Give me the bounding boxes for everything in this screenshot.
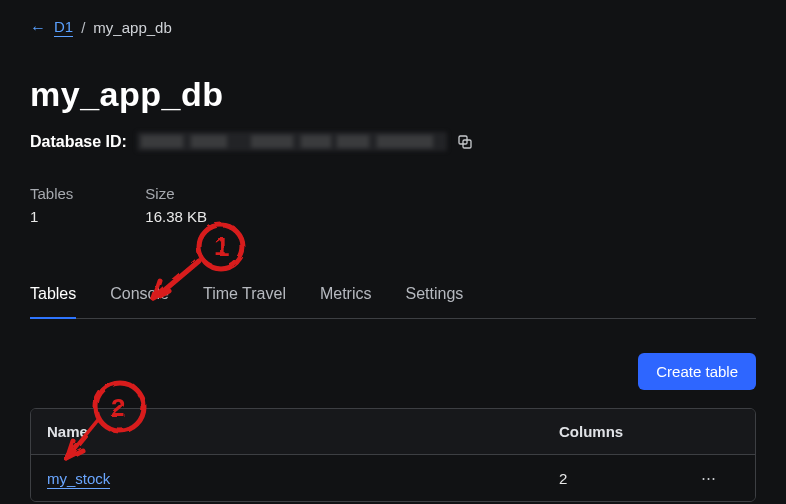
- table-name-link[interactable]: my_stock: [47, 470, 110, 489]
- stats-row: Tables 1 Size 16.38 KB: [30, 185, 756, 225]
- table-toolbar: Create table: [30, 353, 756, 390]
- table-row: my_stock 2 ⋯: [31, 455, 755, 501]
- database-id-label: Database ID:: [30, 133, 127, 151]
- back-arrow-icon[interactable]: ←: [30, 20, 46, 36]
- stat-size: Size 16.38 KB: [145, 185, 207, 225]
- svg-point-2: [198, 224, 242, 268]
- tab-time-travel[interactable]: Time Travel: [203, 279, 286, 318]
- tables-list: Name Columns my_stock 2 ⋯: [30, 408, 756, 502]
- tab-settings[interactable]: Settings: [406, 279, 464, 318]
- tab-tables[interactable]: Tables: [30, 279, 76, 319]
- stat-size-label: Size: [145, 185, 207, 202]
- breadcrumb-link-d1[interactable]: D1: [54, 18, 73, 37]
- col-columns-header: Columns: [559, 423, 679, 440]
- stat-tables: Tables 1: [30, 185, 73, 225]
- tab-console[interactable]: Console: [110, 279, 169, 318]
- breadcrumb-separator: /: [81, 19, 85, 36]
- svg-text:1: 1: [214, 231, 228, 261]
- stat-tables-label: Tables: [30, 185, 73, 202]
- database-id-value-redacted: [137, 132, 447, 151]
- stat-size-value: 16.38 KB: [145, 208, 207, 225]
- page-title: my_app_db: [30, 75, 756, 114]
- tab-metrics[interactable]: Metrics: [320, 279, 372, 318]
- database-id-line: Database ID:: [30, 132, 756, 151]
- col-name-header: Name: [47, 423, 559, 440]
- table-header-row: Name Columns: [31, 409, 755, 455]
- tab-bar: Tables Console Time Travel Metrics Setti…: [30, 279, 756, 319]
- breadcrumb-current: my_app_db: [93, 19, 171, 36]
- stat-tables-value: 1: [30, 208, 73, 225]
- breadcrumb: ← D1 / my_app_db: [30, 18, 756, 37]
- row-actions-icon[interactable]: ⋯: [679, 469, 739, 487]
- create-table-button[interactable]: Create table: [638, 353, 756, 390]
- table-columns-value: 2: [559, 470, 679, 487]
- copy-icon[interactable]: [457, 134, 473, 150]
